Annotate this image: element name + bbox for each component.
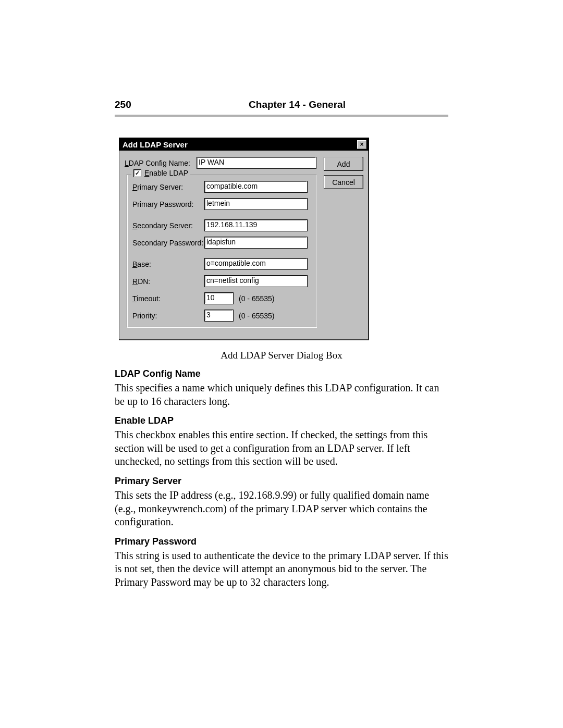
timeout-input[interactable]: 10 (204, 292, 234, 304)
dialog-title: Add LDAP Server (123, 140, 357, 149)
section: Primary Server This sets the IP address … (115, 476, 448, 529)
priority-range: (0 - 65535) (239, 312, 274, 320)
primary-password-input[interactable]: letmein (204, 198, 308, 210)
section-heading: LDAP Config Name (115, 368, 448, 379)
section: Primary Password This string is used to … (115, 536, 448, 589)
section-heading: Primary Server (115, 476, 448, 487)
enable-ldap-fieldset: Enable LDAP Primary Server: compatible.c… (127, 174, 316, 327)
enable-ldap-checkbox[interactable]: Enable LDAP (131, 169, 190, 177)
priority-input[interactable]: 3 (204, 310, 234, 322)
timeout-range: (0 - 65535) (239, 294, 274, 303)
close-icon[interactable]: × (357, 140, 367, 150)
section: Enable LDAP This checkbox enables this e… (115, 415, 448, 468)
page-number: 250 (115, 99, 146, 110)
chapter-title: Chapter 14 - General (146, 99, 448, 110)
rdn-label: RDN: (132, 277, 204, 286)
base-input[interactable]: o=compatible.com (204, 258, 308, 270)
cancel-button[interactable]: Cancel (324, 175, 363, 189)
secondary-server-label: Secondary Server: (132, 221, 204, 230)
config-name-input[interactable]: IP WAN (197, 157, 316, 169)
secondary-password-input[interactable]: ldapisfun (204, 237, 308, 249)
figure-caption: Add LDAP Server Dialog Box (115, 350, 448, 361)
section-body: This sets the IP address (e.g., 192.168.… (115, 489, 448, 529)
section-heading: Primary Password (115, 536, 448, 547)
timeout-label: Timeout: (132, 294, 204, 303)
section: LDAP Config Name This specifies a name w… (115, 368, 448, 408)
primary-server-input[interactable]: compatible.com (204, 181, 308, 193)
priority-label: Priority: (132, 312, 204, 320)
base-label: Base: (132, 260, 204, 268)
primary-server-label: Primary Server: (132, 183, 204, 191)
section-heading: Enable LDAP (115, 415, 448, 426)
add-ldap-server-dialog: Add LDAP Server × Add Cancel LDAP Config… (119, 138, 369, 340)
primary-password-label: Primary Password: (132, 200, 204, 208)
checkbox-icon (133, 169, 141, 177)
section-body: This specifies a name which uniquely def… (115, 381, 448, 408)
rdn-input[interactable]: cn=netlist config (204, 275, 308, 287)
secondary-server-input[interactable]: 192.168.11.139 (204, 219, 308, 231)
section-body: This checkbox enables this entire sectio… (115, 428, 448, 468)
page-header: 250 Chapter 14 - General (115, 99, 448, 110)
add-button[interactable]: Add (324, 157, 363, 171)
dialog-titlebar: Add LDAP Server × (119, 138, 369, 151)
section-body: This string is used to authenticate the … (115, 549, 448, 589)
config-name-label: LDAP Config Name: (125, 159, 197, 167)
enable-ldap-label: Enable LDAP (144, 169, 188, 177)
secondary-password-label: Secondary Password: (132, 239, 204, 247)
header-rule (115, 115, 448, 117)
